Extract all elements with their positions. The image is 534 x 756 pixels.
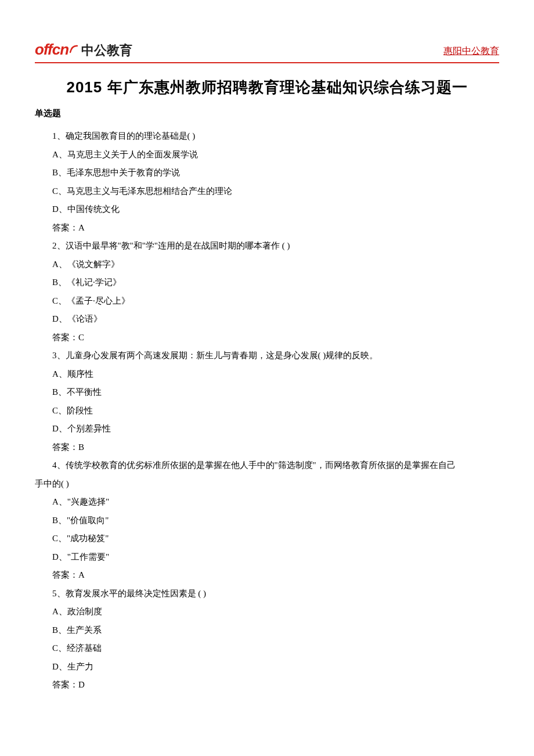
question-option: B、《礼记·学记》 bbox=[35, 273, 499, 292]
question-answer: 答案：C bbox=[35, 329, 499, 347]
question-answer: 答案：B bbox=[35, 438, 499, 457]
section-label: 单选题 bbox=[35, 108, 499, 119]
question-answer: 答案：D bbox=[35, 676, 499, 694]
question-answer: 答案：A bbox=[35, 566, 499, 585]
question-option: C、阶段性 bbox=[35, 402, 499, 420]
question-option: D、《论语》 bbox=[35, 310, 499, 329]
question-option: B、"价值取向" bbox=[35, 512, 499, 530]
question-option: D、"工作需要" bbox=[35, 548, 499, 567]
question-option: C、马克思主义与毛泽东思想相结合产生的理论 bbox=[35, 182, 499, 201]
question-option: D、个别差异性 bbox=[35, 420, 499, 438]
page-title: 2015 年广东惠州教师招聘教育理论基础知识综合练习题一 bbox=[35, 77, 499, 98]
question-option: C、《孟子·尽心上》 bbox=[35, 292, 499, 311]
question-option: A、顺序性 bbox=[35, 365, 499, 384]
question-stem: 4、传统学校教育的优劣标准所依据的是掌握在他人手中的"筛选制度"，而网络教育所依… bbox=[35, 456, 499, 475]
question-option: A、"兴趣选择" bbox=[35, 493, 499, 512]
question-stem: 3、儿童身心发展有两个高速发展期：新生儿与青春期，这是身心发展( )规律的反映。 bbox=[35, 347, 499, 365]
question-option: D、中国传统文化 bbox=[35, 200, 499, 219]
question-option: B、不平衡性 bbox=[35, 383, 499, 402]
question-answer: 答案：A bbox=[35, 219, 499, 237]
question-option: B、毛泽东思想中关于教育的学说 bbox=[35, 164, 499, 182]
logo-cn: 中公教育 bbox=[81, 42, 132, 59]
header-link[interactable]: 惠阳中公教育 bbox=[443, 45, 499, 57]
question-option: B、生产关系 bbox=[35, 621, 499, 640]
logo: offcn 中公教育 bbox=[35, 41, 132, 59]
logo-swoosh-icon bbox=[70, 44, 78, 56]
question-option: A、《说文解字》 bbox=[35, 255, 499, 274]
question-option: C、经济基础 bbox=[35, 639, 499, 658]
document-content: 2015 年广东惠州教师招聘教育理论基础知识综合练习题一 单选题 1、确定我国教… bbox=[0, 63, 534, 694]
logo-en: offcn bbox=[35, 41, 68, 59]
question-option: D、生产力 bbox=[35, 658, 499, 676]
question-stem: 5、教育发展水平的最终决定性因素是 ( ) bbox=[35, 585, 499, 603]
page-header: offcn 中公教育 惠阳中公教育 bbox=[0, 0, 534, 61]
question-option: C、"成功秘笈" bbox=[35, 530, 499, 548]
question-stem-cont: 手中的( ) bbox=[35, 475, 499, 494]
question-stem: 1、确定我国教育目的的理论基础是( ) bbox=[35, 127, 499, 146]
question-option: A、马克思主义关于人的全面发展学说 bbox=[35, 146, 499, 164]
question-option: A、政治制度 bbox=[35, 603, 499, 621]
question-stem: 2、汉语中最早将"教"和"学"连用的是在战国时期的哪本著作 ( ) bbox=[35, 237, 499, 255]
